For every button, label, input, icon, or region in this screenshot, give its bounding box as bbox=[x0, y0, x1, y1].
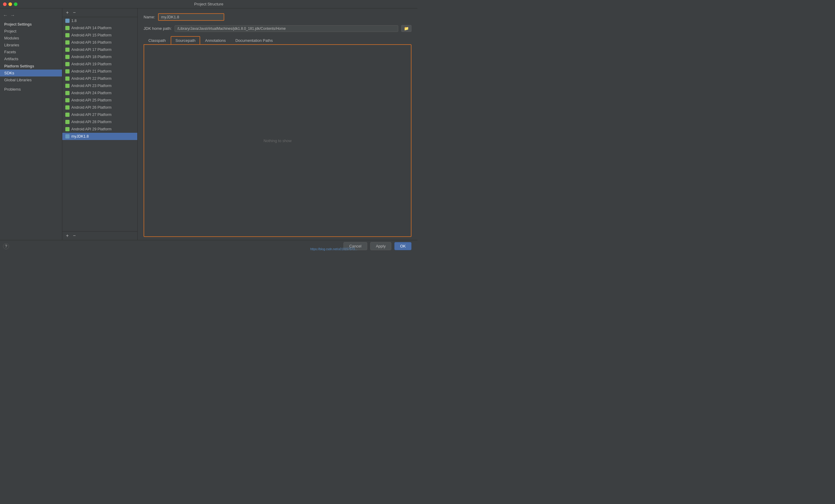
sdk-item-label: Android API 22 Platform bbox=[72, 77, 111, 81]
android-icon bbox=[65, 84, 69, 88]
sdk-item-label: Android API 21 Platform bbox=[72, 69, 111, 74]
minimize-button[interactable] bbox=[8, 2, 12, 6]
sidebar-facets-label: Facets bbox=[4, 50, 16, 54]
close-button[interactable] bbox=[3, 2, 7, 6]
remove-sdk-bottom-button[interactable]: − bbox=[72, 233, 76, 238]
sdk-list-item[interactable]: Android API 28 Platform bbox=[62, 118, 137, 125]
android-icon bbox=[65, 91, 69, 95]
android-icon bbox=[65, 69, 69, 74]
jdk-path-input[interactable] bbox=[175, 25, 398, 32]
tab-documentation-paths[interactable]: Documentation Paths bbox=[230, 36, 278, 45]
sdk-item-label: myJDK1.8 bbox=[72, 134, 89, 139]
tab-classpath[interactable]: Classpath bbox=[144, 36, 171, 45]
add-sdk-bottom-button[interactable]: + bbox=[65, 233, 69, 238]
sdk-list-toolbar: + − bbox=[62, 8, 137, 17]
footer: ? https://blog.csdn.net/u010157573... Ca… bbox=[0, 240, 418, 252]
sdk-list-item[interactable]: Android API 14 Platform bbox=[62, 24, 137, 32]
tab-sourcepath[interactable]: Sourcepath bbox=[171, 36, 201, 45]
sdk-item-label: Android API 29 Platform bbox=[72, 127, 111, 131]
sdk-item-label: Android API 17 Platform bbox=[72, 47, 111, 52]
sdk-list-area: + − 1.8Android API 14 PlatformAndroid AP… bbox=[62, 8, 138, 240]
android-icon bbox=[65, 47, 69, 52]
jdk-icon bbox=[65, 19, 69, 23]
sidebar-item-modules[interactable]: Modules bbox=[0, 35, 62, 42]
sidebar-item-sdks[interactable]: SDKs bbox=[0, 69, 62, 77]
android-icon bbox=[65, 33, 69, 37]
tab-annotations[interactable]: Annotations bbox=[200, 36, 230, 45]
help-button[interactable]: ? bbox=[3, 243, 9, 249]
browse-icon: 📁 bbox=[404, 26, 409, 31]
sdk-list-item[interactable]: Android API 26 Platform bbox=[62, 104, 137, 111]
main-container: ← → Project Settings Project Modules Lib… bbox=[0, 8, 418, 240]
sdk-list-item[interactable]: Android API 16 Platform bbox=[62, 39, 137, 46]
maximize-button[interactable] bbox=[14, 2, 18, 6]
sdk-list-item[interactable]: myJDK1.8 bbox=[62, 133, 137, 140]
sidebar-item-global-libraries[interactable]: Global Libraries bbox=[0, 77, 62, 83]
sdk-list-item[interactable]: 1.8 bbox=[62, 17, 137, 24]
android-icon bbox=[65, 127, 69, 131]
sidebar-sdks-label: SDKs bbox=[4, 71, 14, 75]
android-icon bbox=[65, 77, 69, 81]
name-row: Name: bbox=[144, 13, 411, 21]
sidebar-problems-label: Problems bbox=[4, 87, 21, 92]
sidebar-item-problems[interactable]: Problems bbox=[0, 86, 62, 93]
sdk-item-label: 1.8 bbox=[72, 19, 77, 23]
sdk-list-item[interactable]: Android API 21 Platform bbox=[62, 68, 137, 75]
window-controls[interactable] bbox=[3, 2, 18, 6]
title-bar: Project Structure bbox=[0, 0, 418, 8]
jdk-path-label: JDK home path: bbox=[144, 26, 171, 31]
android-icon bbox=[65, 26, 69, 30]
sdk-item-label: Android API 27 Platform bbox=[72, 113, 111, 117]
sdk-item-label: Android API 18 Platform bbox=[72, 55, 111, 59]
sidebar: ← → Project Settings Project Modules Lib… bbox=[0, 8, 62, 240]
sdk-list-item[interactable]: Android API 18 Platform bbox=[62, 53, 137, 61]
apply-button[interactable]: Apply bbox=[370, 242, 392, 250]
platform-settings-label: Platform Settings bbox=[0, 62, 62, 69]
android-icon bbox=[65, 113, 69, 117]
sdk-list-item[interactable]: Android API 19 Platform bbox=[62, 61, 137, 68]
android-icon bbox=[65, 105, 69, 109]
jdk-icon bbox=[65, 134, 69, 139]
sdk-list-item[interactable]: Android API 17 Platform bbox=[62, 46, 137, 53]
sidebar-item-project[interactable]: Project bbox=[0, 28, 62, 35]
back-arrow[interactable]: ← bbox=[3, 13, 8, 18]
tab-content-panel: Nothing to show bbox=[144, 44, 411, 237]
sdk-list-item[interactable]: Android API 29 Platform bbox=[62, 125, 137, 133]
ok-button[interactable]: OK bbox=[394, 242, 411, 250]
android-icon bbox=[65, 40, 69, 44]
sdk-list: 1.8Android API 14 PlatformAndroid API 15… bbox=[62, 17, 137, 231]
url-text: https://blog.csdn.net/u010157573... bbox=[310, 247, 357, 251]
add-sdk-button[interactable]: + bbox=[65, 10, 69, 15]
name-input[interactable] bbox=[158, 13, 224, 21]
name-label: Name: bbox=[144, 15, 155, 19]
remove-sdk-button[interactable]: − bbox=[72, 10, 76, 15]
sidebar-item-facets[interactable]: Facets bbox=[0, 48, 62, 55]
main-content: Name: JDK home path: 📁 ClasspathSourcepa… bbox=[138, 8, 418, 240]
sdk-list-item[interactable]: Android API 27 Platform bbox=[62, 111, 137, 118]
window-title: Project Structure bbox=[194, 2, 223, 6]
sdk-list-bottom-toolbar: + − bbox=[62, 231, 137, 240]
sdk-list-item[interactable]: Android API 23 Platform bbox=[62, 82, 137, 89]
sidebar-project-label: Project bbox=[4, 29, 16, 34]
sdk-list-item[interactable]: Android API 25 Platform bbox=[62, 97, 137, 104]
sdk-item-label: Android API 16 Platform bbox=[72, 40, 111, 44]
browse-button[interactable]: 📁 bbox=[401, 25, 411, 32]
sidebar-libraries-label: Libraries bbox=[4, 43, 19, 47]
sidebar-item-artifacts[interactable]: Artifacts bbox=[0, 55, 62, 62]
android-icon bbox=[65, 62, 69, 66]
sdk-item-label: Android API 14 Platform bbox=[72, 26, 111, 30]
project-settings-label: Project Settings bbox=[0, 20, 62, 28]
sidebar-item-libraries[interactable]: Libraries bbox=[0, 42, 62, 48]
sdk-item-label: Android API 28 Platform bbox=[72, 120, 111, 124]
sdk-item-label: Android API 23 Platform bbox=[72, 84, 111, 88]
sdk-list-item[interactable]: Android API 22 Platform bbox=[62, 75, 137, 82]
android-icon bbox=[65, 120, 69, 124]
tabs-row: ClasspathSourcepathAnnotationsDocumentat… bbox=[144, 36, 411, 45]
nothing-to-show-label: Nothing to show bbox=[263, 139, 291, 143]
sdk-list-item[interactable]: Android API 24 Platform bbox=[62, 89, 137, 97]
forward-arrow[interactable]: → bbox=[10, 13, 15, 18]
sdk-list-item[interactable]: Android API 15 Platform bbox=[62, 32, 137, 39]
sdk-item-label: Android API 19 Platform bbox=[72, 62, 111, 66]
android-icon bbox=[65, 98, 69, 102]
sidebar-artifacts-label: Artifacts bbox=[4, 57, 18, 61]
